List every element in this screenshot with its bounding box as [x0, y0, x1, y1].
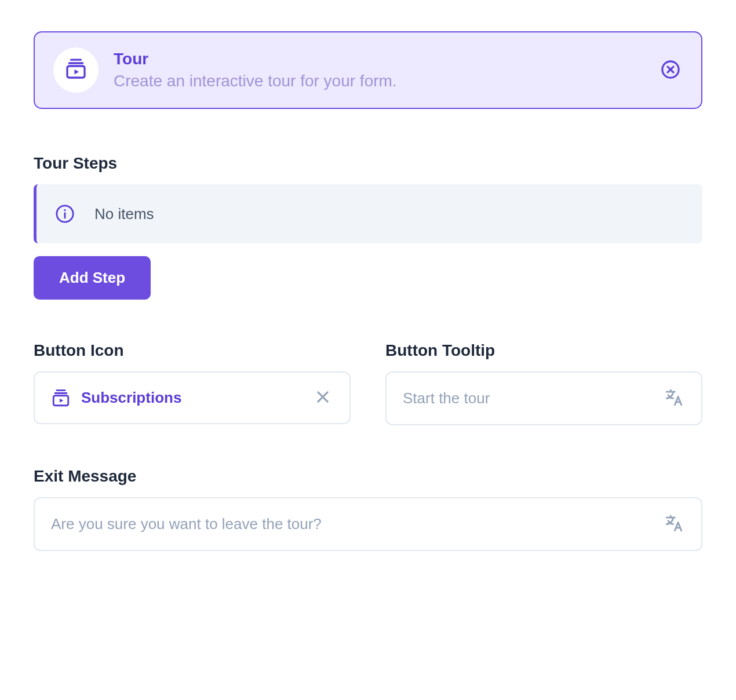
button-tooltip-col: Button Tooltip — [385, 341, 702, 425]
info-icon — [55, 204, 75, 224]
exit-message-section: Exit Message — [34, 467, 702, 551]
add-step-button[interactable]: Add Step — [34, 256, 151, 300]
empty-steps-text: No items — [94, 205, 154, 223]
svg-marker-3 — [75, 70, 79, 74]
tour-subtitle: Create an interactive tour for your form… — [114, 72, 643, 90]
button-icon-heading: Button Icon — [34, 341, 351, 360]
svg-point-9 — [64, 209, 65, 211]
translate-icon — [664, 513, 684, 535]
exit-message-field[interactable] — [34, 497, 702, 551]
close-icon — [661, 60, 680, 81]
button-icon-col: Button Icon Subscriptions — [34, 341, 351, 425]
button-tooltip-input[interactable] — [403, 389, 653, 407]
button-icon-selector[interactable]: Subscriptions — [34, 371, 351, 424]
tour-header-card: Tour Create an interactive tour for your… — [34, 31, 702, 109]
empty-steps-banner: No items — [34, 184, 702, 243]
translate-button[interactable] — [663, 387, 685, 410]
translate-icon — [664, 388, 684, 409]
translate-button[interactable] — [663, 512, 685, 536]
svg-marker-13 — [60, 398, 63, 402]
clear-icon-button[interactable] — [312, 387, 333, 409]
exit-message-heading: Exit Message — [34, 467, 702, 486]
subscriptions-icon — [64, 57, 88, 83]
button-tooltip-heading: Button Tooltip — [385, 341, 702, 360]
tour-icon-circle — [53, 48, 99, 93]
tour-title: Tour — [114, 50, 643, 68]
tour-steps-section: Tour Steps No items Add Step — [34, 154, 702, 300]
subscriptions-icon — [51, 388, 71, 408]
button-config-section: Button Icon Subscriptions — [34, 341, 702, 425]
button-icon-value: Subscriptions — [81, 389, 181, 407]
tour-steps-heading: Tour Steps — [34, 154, 702, 173]
close-button[interactable] — [658, 57, 683, 83]
x-icon — [315, 389, 331, 407]
button-tooltip-field[interactable] — [385, 371, 702, 425]
tour-header-text: Tour Create an interactive tour for your… — [114, 50, 643, 90]
exit-message-input[interactable] — [51, 515, 653, 533]
